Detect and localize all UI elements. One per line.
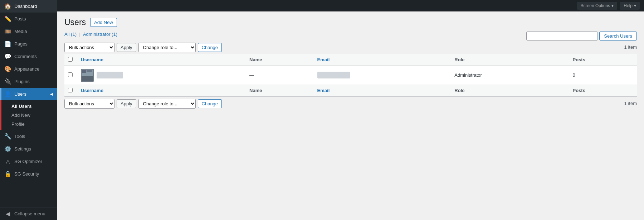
avatar <box>81 69 94 82</box>
sidebar-item-settings[interactable]: ⚙️ Settings <box>0 143 57 155</box>
username-cell <box>77 66 246 85</box>
screen-options-button[interactable]: Screen Options ▾ <box>577 2 618 10</box>
role-cell: Administrator <box>451 66 569 85</box>
filter-all-link[interactable]: All (1) <box>64 32 78 37</box>
users-section: 👤 Users ◀ All Users Add New Profile <box>0 88 57 130</box>
help-button[interactable]: Help ▾ <box>620 2 640 10</box>
row-checkbox[interactable] <box>68 72 73 77</box>
media-icon: 🎞️ <box>4 28 11 35</box>
dashboard-icon: 🏠 <box>4 3 11 10</box>
posts-icon: ✏️ <box>4 15 11 22</box>
topbar: Screen Options ▾ Help ▾ <box>57 0 644 11</box>
sidebar-item-tools[interactable]: 🔧 Tools <box>0 130 57 143</box>
sidebar-item-appearance[interactable]: 🎨 Appearance <box>0 63 57 75</box>
filter-administrator-link[interactable]: Administrator (1) <box>83 32 117 37</box>
sidebar-item-label: Dashboard <box>14 4 37 9</box>
svg-rect-2 <box>82 76 93 81</box>
sidebar-item-label: Pages <box>14 41 28 47</box>
toolbar-bottom: Bulk actions Apply Change role to... Cha… <box>64 99 637 109</box>
page-header: Users Add New <box>64 17 637 28</box>
users-icon: 👤 <box>4 91 11 97</box>
change-top-button[interactable]: Change <box>198 43 222 52</box>
top-controls: All (1) | Administrator (1) Search Users <box>64 32 637 40</box>
sg-security-icon: 🔒 <box>4 171 11 177</box>
col-header-name: Name <box>246 54 313 66</box>
select-all-footer <box>64 85 77 96</box>
sidebar-item-media[interactable]: 🎞️ Media <box>0 25 57 38</box>
table-row: — Administrator 0 <box>64 66 637 85</box>
sidebar-item-label: Tools <box>14 134 25 139</box>
main-content: Screen Options ▾ Help ▾ Users Add New Al… <box>57 0 644 220</box>
email-footer-sort-link[interactable]: Email <box>317 88 330 93</box>
settings-icon: ⚙️ <box>4 145 11 152</box>
search-input[interactable] <box>526 32 598 40</box>
email-sort-link[interactable]: Email <box>317 57 330 62</box>
screen-options-label: Screen Options <box>581 3 610 8</box>
search-area: Search Users <box>526 32 637 40</box>
sidebar-item-label: SG Optimizer <box>14 159 42 164</box>
comments-icon: 💬 <box>4 53 11 60</box>
select-all-checkbox[interactable] <box>68 57 73 62</box>
users-table: Username Name Email Role Posts <box>64 54 637 97</box>
sidebar-item-dashboard[interactable]: 🏠 Dashboard <box>0 0 57 13</box>
col-footer-name: Name <box>246 85 313 96</box>
table-header-row: Username Name Email Role Posts <box>64 54 637 66</box>
col-header-username: Username <box>77 54 246 66</box>
email-cell <box>314 66 451 85</box>
submenu-all-users[interactable]: All Users <box>1 102 57 111</box>
collapse-icon: ◀ <box>4 210 11 217</box>
pages-icon: 📄 <box>4 40 11 47</box>
collapse-menu-label: Collapse menu <box>14 211 45 216</box>
bulk-actions-bottom-select[interactable]: Bulk actions <box>64 99 114 109</box>
row-checkbox-cell <box>64 66 77 85</box>
col-header-role: Role <box>451 54 569 66</box>
screen-options-arrow-icon: ▾ <box>611 3 614 8</box>
item-count-bottom: 1 item <box>624 101 637 106</box>
sidebar-item-plugins[interactable]: 🔌 Plugins <box>0 75 57 88</box>
col-footer-username: Username <box>77 85 246 96</box>
sidebar-item-label: Comments <box>14 54 37 59</box>
sidebar: 🏠 Dashboard ✏️ Posts 🎞️ Media 📄 Pages 💬 … <box>0 0 57 220</box>
col-footer-email: Email <box>314 85 451 96</box>
sidebar-item-posts[interactable]: ✏️ Posts <box>0 13 57 25</box>
filter-links: All (1) | Administrator (1) <box>64 32 117 37</box>
apply-bottom-button[interactable]: Apply <box>117 99 136 108</box>
users-table-body: — Administrator 0 <box>64 66 637 85</box>
bulk-actions-top-select[interactable]: Bulk actions <box>64 43 114 52</box>
col-header-email: Email <box>314 54 451 66</box>
change-role-top-select[interactable]: Change role to... <box>138 43 196 52</box>
sidebar-item-label: SG Security <box>14 171 39 177</box>
add-new-button[interactable]: Add New <box>90 18 117 27</box>
plugins-icon: 🔌 <box>4 78 11 85</box>
email-blurred <box>317 72 350 78</box>
col-footer-posts: Posts <box>569 85 637 96</box>
sidebar-item-sg-security[interactable]: 🔒 SG Security <box>0 168 57 180</box>
page-content: Users Add New All (1) | Administrator (1… <box>57 11 644 220</box>
sg-optimizer-icon: △ <box>4 158 11 165</box>
sidebar-item-sg-optimizer[interactable]: △ SG Optimizer <box>0 155 57 168</box>
sidebar-item-pages[interactable]: 📄 Pages <box>0 38 57 50</box>
username-footer-sort-link[interactable]: Username <box>81 88 103 93</box>
apply-top-button[interactable]: Apply <box>117 43 136 52</box>
collapse-menu-button[interactable]: ◀ Collapse menu <box>0 207 57 220</box>
sidebar-item-users[interactable]: 👤 Users ◀ <box>0 88 57 100</box>
select-all-footer-checkbox[interactable] <box>68 88 73 92</box>
change-role-bottom-select[interactable]: Change role to... <box>138 99 196 109</box>
users-arrow-icon: ◀ <box>50 92 53 96</box>
filter-separator: | <box>79 32 80 37</box>
submenu-profile[interactable]: Profile <box>1 120 57 129</box>
sidebar-item-comments[interactable]: 💬 Comments <box>0 50 57 63</box>
sidebar-item-label: Users <box>14 91 26 97</box>
sidebar-item-label: Media <box>14 29 27 34</box>
svg-rect-3 <box>82 70 86 73</box>
submenu-add-new[interactable]: Add New <box>1 111 57 120</box>
username-sort-link[interactable]: Username <box>81 57 103 62</box>
help-label: Help <box>624 3 633 8</box>
col-footer-role: Role <box>451 85 569 96</box>
tools-icon: 🔧 <box>4 133 11 140</box>
username-blurred <box>97 72 123 78</box>
sidebar-item-label: Plugins <box>14 79 30 84</box>
search-users-button[interactable]: Search Users <box>599 32 637 40</box>
change-bottom-button[interactable]: Change <box>198 99 222 108</box>
col-header-posts: Posts <box>569 54 637 66</box>
